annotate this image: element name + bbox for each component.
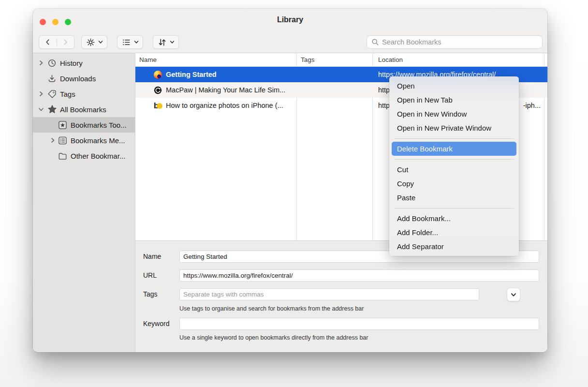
sidebar-item-label: All Bookmarks	[60, 105, 106, 114]
menu-item-open-new-window[interactable]: Open in New Window	[389, 107, 519, 121]
sidebar-item-tags[interactable]: Tags	[33, 86, 135, 102]
gear-icon	[86, 38, 95, 47]
url-field-label: URL	[143, 269, 157, 282]
sidebar-item-history[interactable]: History	[33, 55, 135, 71]
keyword-field[interactable]	[179, 318, 539, 330]
history-nav-group	[39, 35, 74, 49]
search-input[interactable]	[382, 38, 538, 46]
backlight-favicon-icon: b	[154, 102, 162, 110]
table-header: Name Tags Location	[135, 53, 547, 67]
organize-menu-button[interactable]	[81, 35, 107, 49]
chevron-right-icon	[61, 38, 69, 46]
sidebar-item-label: Bookmarks Too...	[71, 121, 127, 129]
sidebar-item-label: Downloads	[60, 74, 96, 83]
sidebar-item-label: Other Bookmar...	[71, 152, 125, 160]
firefox-favicon-icon	[154, 71, 162, 79]
menu-item-delete-bookmark[interactable]: Delete Bookmark	[392, 142, 516, 156]
bookmark-location-end: -iph...	[523, 102, 541, 109]
library-window: Library	[33, 9, 547, 352]
context-menu: Open Open in New Tab Open in New Window …	[389, 76, 519, 256]
sidebar-item-all-bookmarks[interactable]: All Bookmarks	[33, 102, 135, 117]
tags-field-label: Tags	[143, 288, 158, 300]
tags-help-text: Use tags to organise and search for book…	[179, 305, 364, 312]
chevron-down-icon[interactable]	[38, 107, 44, 112]
chevron-right-icon[interactable]	[38, 91, 44, 97]
menu-item-open-new-tab[interactable]: Open in New Tab	[389, 93, 519, 107]
bookmark-name: Getting Started	[166, 71, 217, 78]
sidebar-item-other-bookmarks[interactable]: Other Bookmar...	[33, 148, 135, 164]
tags-field[interactable]	[179, 288, 479, 300]
star-icon	[47, 104, 57, 114]
forward-button[interactable]	[57, 36, 74, 48]
sort-menu-button[interactable]	[153, 35, 179, 49]
clock-icon	[47, 59, 57, 68]
bookmarks-menu-icon	[58, 136, 67, 145]
keyword-field-label: Keyword	[143, 318, 169, 330]
column-header-location[interactable]: Location	[378, 56, 403, 63]
download-icon	[47, 74, 57, 83]
bookmark-details-panel: Name URL Tags Use tags to organise and s…	[135, 241, 547, 352]
list-view-icon	[122, 38, 131, 47]
sort-arrows-icon	[158, 38, 167, 47]
menu-separator	[394, 208, 514, 208]
sidebar-item-bookmarks-toolbar[interactable]: Bookmarks Too...	[33, 117, 135, 133]
keyword-help-text: Use a single keyword to open bookmarks d…	[179, 334, 368, 341]
sidebar-item-label: History	[60, 59, 83, 67]
menu-item-copy[interactable]: Copy	[389, 177, 519, 191]
titlebar: Library	[33, 9, 547, 31]
menu-item-add-folder[interactable]: Add Folder...	[389, 225, 519, 239]
back-button[interactable]	[39, 36, 57, 48]
sidebar: History Downloads Tags	[33, 53, 135, 352]
bookmark-name: MacPaw | Making Your Mac Life Sim...	[166, 86, 285, 94]
chevron-right-icon[interactable]	[38, 60, 44, 66]
column-header-tags[interactable]: Tags	[301, 56, 315, 63]
sidebar-item-label: Tags	[60, 90, 75, 98]
sidebar-item-bookmarks-menu[interactable]: Bookmarks Me...	[33, 133, 135, 148]
toolbar	[33, 31, 547, 53]
chevron-down-icon	[98, 40, 103, 44]
bookmark-location-start: http	[378, 102, 390, 109]
url-field[interactable]	[179, 269, 539, 282]
macpaw-favicon-icon	[154, 86, 162, 94]
chevron-down-icon	[511, 293, 516, 297]
menu-item-open-new-private-window[interactable]: Open in New Private Window	[389, 121, 519, 135]
name-field-label: Name	[143, 251, 161, 263]
search-field	[367, 35, 543, 49]
tag-icon	[47, 89, 57, 99]
folder-icon	[58, 151, 67, 161]
menu-separator	[394, 159, 514, 160]
bookmark-location: http	[378, 86, 390, 94]
menu-item-add-separator[interactable]: Add Separator	[389, 239, 519, 253]
menu-separator	[394, 138, 514, 139]
menu-item-paste[interactable]: Paste	[389, 191, 519, 205]
bookmarks-toolbar-icon	[58, 120, 67, 130]
sidebar-item-label: Bookmarks Me...	[71, 136, 125, 145]
tags-dropdown-button[interactable]	[507, 288, 520, 301]
menu-item-open[interactable]: Open	[389, 79, 519, 93]
search-icon	[371, 38, 379, 46]
sidebar-item-downloads[interactable]: Downloads	[33, 71, 135, 86]
column-header-name[interactable]: Name	[139, 56, 157, 63]
chevron-down-icon	[170, 40, 175, 44]
chevron-right-icon[interactable]	[49, 137, 56, 143]
window-title: Library	[33, 9, 547, 31]
desktop: Library	[0, 0, 588, 387]
menu-item-add-bookmark[interactable]: Add Bookmark...	[389, 211, 519, 225]
views-menu-button[interactable]	[117, 35, 143, 49]
bookmark-name: How to organize photos on iPhone (...	[166, 102, 283, 109]
chevron-down-icon	[134, 40, 139, 44]
chevron-left-icon	[44, 38, 52, 46]
menu-item-cut[interactable]: Cut	[389, 163, 519, 177]
